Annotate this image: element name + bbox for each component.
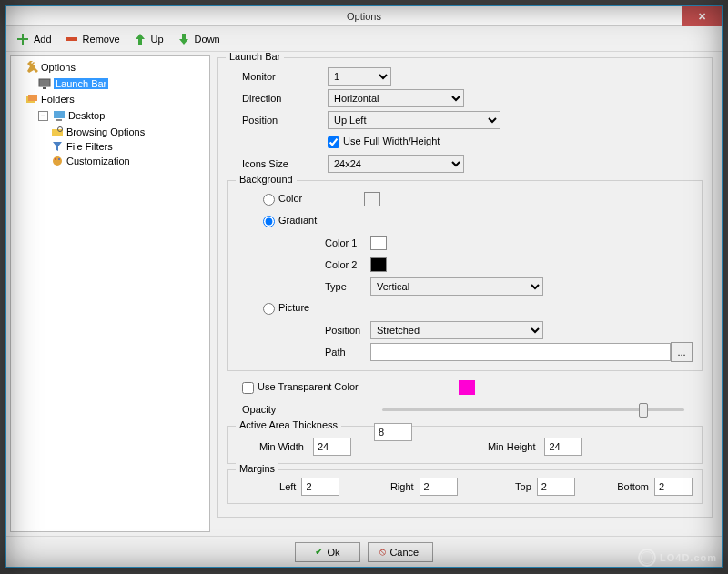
group-legend: Background bbox=[236, 174, 297, 185]
globe-icon bbox=[638, 549, 656, 567]
bg-picture-radio[interactable]: Picture bbox=[263, 302, 309, 315]
remove-button[interactable]: Remove bbox=[61, 30, 124, 48]
tree-label: Launch Bar bbox=[54, 78, 108, 89]
tree-label: File Filters bbox=[66, 141, 113, 152]
folders-icon bbox=[25, 93, 38, 106]
tree-label: Options bbox=[41, 62, 76, 73]
active-area-value-input[interactable] bbox=[374, 423, 412, 441]
collapse-icon[interactable]: − bbox=[38, 111, 48, 121]
svg-point-11 bbox=[58, 158, 60, 160]
margin-top-input[interactable] bbox=[537, 478, 575, 496]
arrow-down-icon bbox=[177, 32, 191, 46]
window-title: Options bbox=[347, 11, 381, 22]
group-legend: Active Area Thickness bbox=[236, 419, 341, 430]
svg-rect-4 bbox=[28, 95, 37, 101]
check-icon: ✔ bbox=[315, 546, 323, 558]
monitor-icon bbox=[38, 77, 51, 90]
margin-right-input[interactable] bbox=[420, 478, 458, 496]
settings-panel: Launch Bar Monitor 1 Direction Horizonta… bbox=[214, 52, 722, 536]
tree-label: Browsing Options bbox=[66, 126, 145, 137]
toolbar: Add Remove Up Down bbox=[6, 26, 722, 52]
opacity-label: Opacity bbox=[228, 404, 328, 415]
tree-item-options[interactable]: Options Launch Bar bbox=[25, 60, 207, 92]
direction-select[interactable]: Horizontal bbox=[328, 89, 464, 107]
background-group: Background Color Gradiant Color 1 Color … bbox=[228, 180, 703, 371]
up-label: Up bbox=[151, 34, 164, 45]
pic-position-label: Position bbox=[325, 325, 370, 336]
watermark: LO4D.com bbox=[638, 549, 717, 567]
desktop-icon bbox=[53, 109, 66, 122]
min-height-input[interactable] bbox=[544, 438, 582, 456]
picture-position-select[interactable]: Stretched bbox=[370, 321, 543, 339]
bg-gradient-radio[interactable]: Gradiant bbox=[263, 215, 317, 227]
down-button[interactable]: Down bbox=[173, 30, 224, 48]
tree-item-file-filters[interactable]: File Filters bbox=[51, 139, 207, 154]
group-legend: Margins bbox=[236, 463, 278, 474]
minus-icon bbox=[65, 32, 79, 46]
type-label: Type bbox=[325, 281, 370, 292]
launch-bar-group: Launch Bar Monitor 1 Direction Horizonta… bbox=[217, 57, 713, 518]
up-button[interactable]: Up bbox=[129, 30, 167, 48]
down-label: Down bbox=[195, 34, 220, 45]
wrench-icon bbox=[25, 61, 38, 74]
options-window: Options ✕ Add Remove Up Do bbox=[5, 5, 723, 568]
direction-label: Direction bbox=[228, 93, 328, 104]
color-swatch[interactable] bbox=[364, 192, 380, 206]
color1-label: Color 1 bbox=[325, 237, 370, 248]
path-input[interactable] bbox=[370, 343, 671, 361]
margin-left-input[interactable] bbox=[301, 478, 339, 496]
opacity-slider[interactable] bbox=[382, 400, 684, 418]
min-width-label: Min Width bbox=[259, 441, 304, 452]
margin-bottom-input[interactable] bbox=[654, 478, 693, 496]
no-entry-icon: ⦸ bbox=[379, 546, 386, 558]
svg-rect-1 bbox=[39, 79, 50, 86]
dialog-footer: ✔ Ok ⦸ Cancel bbox=[6, 536, 722, 567]
tree-label: Folders bbox=[41, 94, 75, 105]
tree-item-desktop[interactable]: − Desktop Browsing Options bbox=[38, 108, 207, 169]
margin-right-label: Right bbox=[377, 481, 413, 492]
cancel-button[interactable]: ⦸ Cancel bbox=[368, 542, 433, 562]
tree-item-browsing-options[interactable]: Browsing Options bbox=[51, 125, 207, 139]
close-button[interactable]: ✕ bbox=[682, 6, 722, 26]
svg-rect-0 bbox=[66, 37, 77, 41]
min-width-input[interactable] bbox=[313, 438, 351, 456]
group-legend: Launch Bar bbox=[226, 52, 284, 62]
icons-size-select[interactable]: 24x24 bbox=[328, 155, 464, 173]
remove-label: Remove bbox=[83, 34, 120, 45]
tree-label: Customization bbox=[66, 156, 130, 166]
browse-button[interactable]: ... bbox=[671, 342, 693, 362]
position-label: Position bbox=[228, 115, 328, 126]
svg-rect-2 bbox=[43, 87, 46, 89]
tree-label: Desktop bbox=[68, 110, 105, 121]
path-label: Path bbox=[325, 347, 370, 357]
nav-tree[interactable]: Options Launch Bar Folders bbox=[10, 55, 210, 532]
monitor-select[interactable]: 1 bbox=[328, 67, 391, 86]
close-icon: ✕ bbox=[698, 11, 706, 23]
transparent-color-swatch[interactable] bbox=[459, 380, 475, 395]
tree-item-launch-bar[interactable]: Launch Bar bbox=[38, 76, 207, 91]
position-select[interactable]: Up Left bbox=[328, 111, 500, 129]
min-height-label: Min Height bbox=[488, 441, 536, 452]
tree-item-folders[interactable]: Folders − Desktop bbox=[25, 92, 207, 170]
margin-left-label: Left bbox=[259, 481, 296, 492]
use-full-checkbox[interactable]: Use Full Width/Height bbox=[328, 136, 440, 148]
active-area-group: Active Area Thickness Min Width Min Heig… bbox=[228, 426, 703, 464]
gradient-type-select[interactable]: Vertical bbox=[370, 277, 543, 296]
margin-top-label: Top bbox=[494, 481, 531, 492]
add-button[interactable]: Add bbox=[12, 30, 56, 48]
ok-button[interactable]: ✔ Ok bbox=[295, 542, 360, 562]
icons-size-label: Icons Size bbox=[228, 158, 328, 169]
color1-swatch[interactable] bbox=[370, 236, 387, 250]
monitor-label: Monitor bbox=[228, 71, 328, 82]
folder-search-icon bbox=[51, 126, 64, 138]
bg-color-radio[interactable]: Color bbox=[263, 193, 302, 206]
titlebar: Options ✕ bbox=[6, 6, 722, 26]
svg-rect-7 bbox=[52, 129, 63, 136]
color2-swatch[interactable] bbox=[370, 257, 387, 272]
color2-label: Color 2 bbox=[325, 259, 370, 270]
svg-rect-6 bbox=[56, 119, 62, 121]
use-transparent-checkbox[interactable]: Use Transparent Color bbox=[242, 381, 359, 394]
margins-group: Margins Left Right Top Bottom bbox=[228, 469, 703, 504]
palette-icon bbox=[51, 155, 64, 167]
tree-item-customization[interactable]: Customization bbox=[51, 154, 207, 168]
